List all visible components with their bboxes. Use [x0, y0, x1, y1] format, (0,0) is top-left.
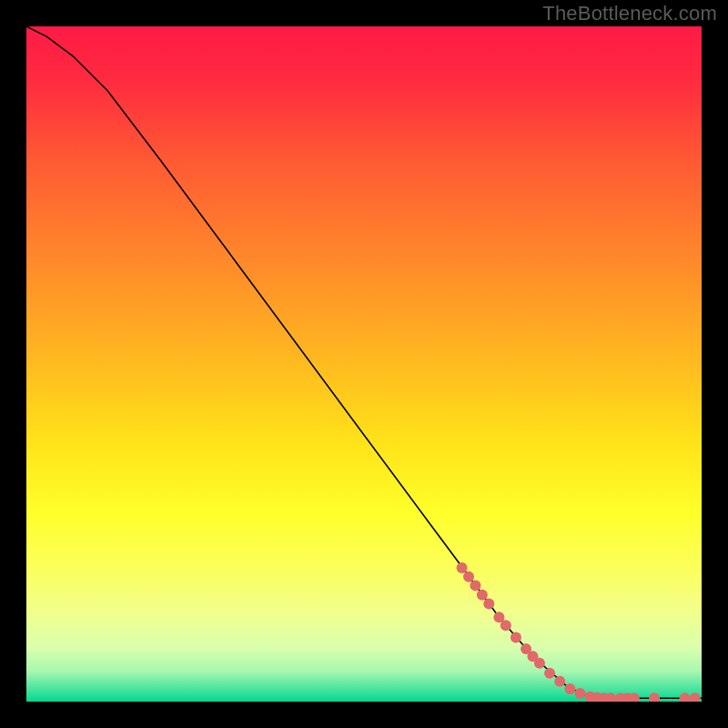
data-marker [511, 632, 521, 643]
data-marker [477, 590, 488, 601]
data-marker [574, 688, 585, 699]
data-marker [463, 571, 474, 582]
data-marker [564, 683, 575, 694]
chart-svg [26, 26, 702, 702]
data-marker [544, 668, 555, 679]
watermark-text: TheBottleneck.com [542, 2, 717, 25]
data-marker [500, 620, 511, 631]
data-marker [457, 562, 468, 573]
data-marker [483, 598, 494, 609]
plot-area [26, 26, 702, 702]
data-marker [534, 658, 545, 669]
gradient-background [26, 26, 702, 702]
data-marker [470, 580, 480, 591]
chart-frame: TheBottleneck.com [0, 0, 728, 728]
data-marker [554, 676, 565, 687]
